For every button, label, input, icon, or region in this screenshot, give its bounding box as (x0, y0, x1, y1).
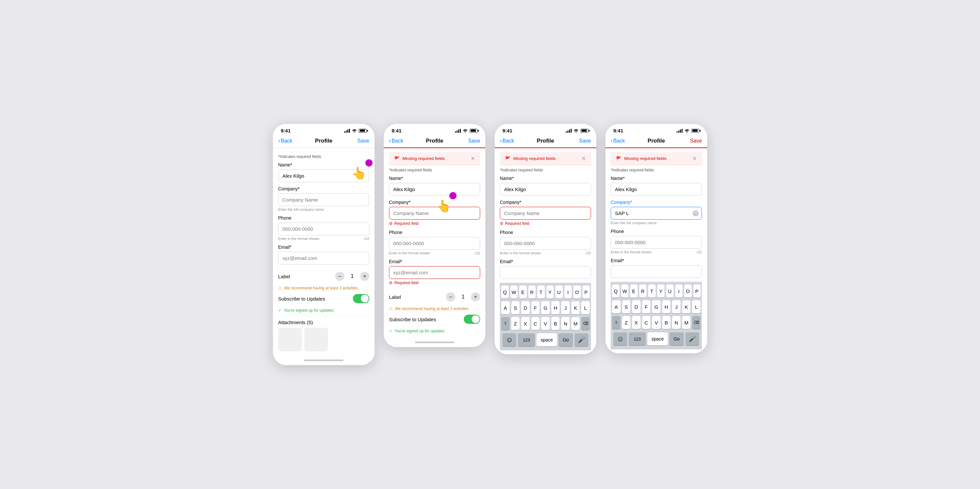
field-input-1[interactable] (389, 207, 480, 219)
toggle-switch[interactable] (464, 314, 480, 324)
key-q[interactable]: Q (612, 284, 620, 298)
space-key[interactable]: space (648, 332, 668, 345)
field-input-0[interactable] (611, 183, 702, 196)
go-key[interactable]: Go (670, 332, 684, 345)
key-p[interactable]: P (582, 286, 590, 298)
back-button[interactable]: ‹ Back (278, 137, 293, 144)
counter-decrement-button[interactable]: − (446, 292, 455, 302)
key-w[interactable]: W (621, 284, 629, 298)
key-f[interactable]: F (642, 300, 651, 313)
field-input-1[interactable] (611, 207, 702, 219)
close-banner-button[interactable]: ✕ (692, 156, 697, 162)
key-v[interactable]: V (541, 317, 550, 330)
field-input-1[interactable] (500, 207, 591, 219)
key-g[interactable]: G (652, 300, 660, 313)
key-r[interactable]: R (528, 286, 536, 298)
counter-increment-button[interactable]: + (360, 272, 369, 281)
key-a[interactable]: A (501, 301, 510, 314)
field-input-2[interactable] (500, 237, 591, 250)
key-v[interactable]: V (652, 316, 660, 329)
back-button[interactable]: ‹ Back (500, 137, 514, 144)
key-j[interactable]: J (561, 301, 570, 314)
key-x[interactable]: X (521, 317, 530, 330)
field-input-0[interactable] (500, 183, 591, 196)
key-s[interactable]: S (622, 300, 631, 313)
attachment-thumb[interactable] (304, 328, 328, 351)
key-m[interactable]: M (682, 316, 691, 329)
key-k[interactable]: K (571, 301, 580, 314)
save-button[interactable]: Save (468, 138, 480, 144)
key-b[interactable]: B (662, 316, 671, 329)
clear-input-button[interactable]: ✕ (693, 210, 698, 216)
mic-button[interactable]: 🎤 (574, 333, 589, 346)
key-i[interactable]: I (565, 286, 572, 298)
key-q[interactable]: Q (501, 286, 509, 298)
key-y[interactable]: Y (657, 284, 665, 298)
num-key[interactable]: 123 (518, 333, 535, 346)
close-banner-button[interactable]: ✕ (471, 156, 475, 162)
field-input-3[interactable] (389, 266, 480, 279)
key-y[interactable]: Y (546, 286, 554, 298)
key-e[interactable]: E (519, 286, 527, 298)
key-t[interactable]: T (648, 284, 655, 298)
field-input-2[interactable] (611, 236, 702, 249)
save-button[interactable]: Save (690, 138, 702, 144)
field-input-3[interactable] (611, 265, 702, 278)
key-b[interactable]: B (551, 317, 560, 330)
key-l[interactable]: L (692, 300, 700, 313)
key-e[interactable]: E (630, 284, 638, 298)
key-t[interactable]: T (537, 286, 545, 298)
key-o[interactable]: O (684, 284, 692, 298)
num-key[interactable]: 123 (629, 332, 646, 345)
mic-button[interactable]: 🎤 (686, 332, 699, 345)
key-z[interactable]: Z (622, 316, 631, 329)
key-l[interactable]: L (581, 301, 590, 314)
field-input-1[interactable] (278, 194, 369, 206)
field-input-0[interactable] (389, 183, 480, 196)
counter-decrement-button[interactable]: − (335, 272, 344, 281)
field-input-2[interactable] (389, 237, 480, 250)
key-m[interactable]: M (571, 317, 580, 330)
key-z[interactable]: Z (511, 317, 520, 330)
delete-key[interactable]: ⌫ (581, 317, 590, 330)
key-g[interactable]: G (541, 301, 550, 314)
counter-increment-button[interactable]: + (471, 292, 480, 302)
key-h[interactable]: H (551, 301, 560, 314)
key-o[interactable]: O (573, 286, 581, 298)
toggle-switch[interactable] (353, 294, 369, 303)
key-a[interactable]: A (612, 300, 620, 313)
key-k[interactable]: K (682, 300, 691, 313)
key-h[interactable]: H (662, 300, 671, 313)
delete-key[interactable]: ⌫ (692, 316, 700, 329)
field-input-3[interactable] (278, 252, 369, 265)
back-button[interactable]: ‹ Back (611, 137, 625, 144)
back-button[interactable]: ‹ Back (389, 137, 403, 144)
space-key[interactable]: space (536, 333, 557, 346)
key-c[interactable]: C (642, 316, 651, 329)
key-w[interactable]: W (510, 286, 518, 298)
key-s[interactable]: S (511, 301, 520, 314)
go-key[interactable]: Go (558, 333, 573, 346)
key-u[interactable]: U (666, 284, 674, 298)
close-banner-button[interactable]: ✕ (582, 156, 586, 162)
key-x[interactable]: X (632, 316, 641, 329)
save-button[interactable]: Save (579, 138, 591, 144)
key-r[interactable]: R (639, 284, 647, 298)
attachment-thumb[interactable] (278, 328, 302, 351)
key-d[interactable]: D (521, 301, 530, 314)
field-input-0[interactable] (278, 170, 369, 182)
emoji-button[interactable]: ☺ (613, 332, 627, 345)
field-input-2[interactable] (278, 222, 369, 235)
key-j[interactable]: J (672, 300, 681, 313)
shift-key[interactable]: ⇧ (501, 317, 510, 330)
save-button[interactable]: Save (358, 138, 369, 144)
key-c[interactable]: C (531, 317, 540, 330)
key-d[interactable]: D (632, 300, 641, 313)
field-input-3[interactable] (500, 266, 591, 279)
key-n[interactable]: N (561, 317, 570, 330)
shift-key[interactable]: ⇧ (612, 316, 620, 329)
emoji-button[interactable]: ☺ (503, 333, 516, 346)
key-i[interactable]: I (675, 284, 683, 298)
key-p[interactable]: P (694, 284, 701, 298)
key-u[interactable]: U (555, 286, 563, 298)
